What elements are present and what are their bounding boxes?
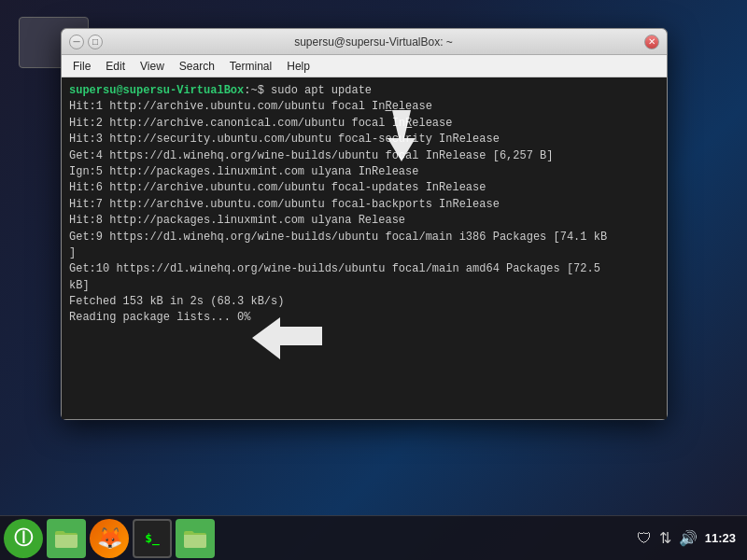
menu-view[interactable]: View xyxy=(133,58,172,75)
terminal-line-10: Get:10 https://dl.winehq.org/wine-builds… xyxy=(69,261,659,277)
terminal-line-fetched: Fetched 153 kB in 2s (68.3 kB/s) xyxy=(69,294,659,310)
taskbar-app-folder1[interactable] xyxy=(47,519,86,558)
network-tray-icon[interactable]: ⇅ xyxy=(659,529,671,547)
terminal-line-9b: ] xyxy=(69,245,659,261)
terminal-line-7: Hit:7 http://archive.ubuntu.com/ubuntu f… xyxy=(69,197,659,213)
terminal-icon: $_ xyxy=(145,531,160,545)
terminal-line-9: Get:9 https://dl.winehq.org/wine-builds/… xyxy=(69,230,659,245)
terminal-line-8: Hit:8 http://packages.linuxmint.com ulya… xyxy=(69,213,659,229)
menu-edit[interactable]: Edit xyxy=(98,58,133,75)
firefox-icon: 🦊 xyxy=(97,526,122,551)
taskbar: ⓛ 🦊 $_ 🛡 ⇅ xyxy=(0,515,747,560)
menu-bar: File Edit View Search Terminal Help xyxy=(62,55,667,77)
menu-search[interactable]: Search xyxy=(172,58,222,75)
window-title: supersu@supersu-VirtualBox: ~ xyxy=(103,35,644,49)
terminal-line-1: Hit:1 http://archive.ubuntu.com/ubuntu f… xyxy=(69,99,659,115)
menu-terminal[interactable]: Terminal xyxy=(222,58,279,75)
minimize-button[interactable]: ─ xyxy=(69,35,84,49)
menu-file[interactable]: File xyxy=(65,58,98,75)
menu-help[interactable]: Help xyxy=(279,58,317,75)
close-button[interactable]: ✕ xyxy=(644,35,659,49)
terminal-content[interactable]: supersu@supersu-VirtualBox:~$ sudo apt u… xyxy=(62,77,667,419)
terminal-line-3: Hit:3 http://security.ubuntu.com/ubuntu … xyxy=(69,132,659,147)
terminal-user: supersu@supersu-VirtualBox xyxy=(69,84,244,97)
terminal-window: ─ □ supersu@supersu-VirtualBox: ~ ✕ File… xyxy=(61,28,668,420)
folder-icon-1 xyxy=(53,527,79,550)
terminal-command: sudo apt update xyxy=(271,84,372,97)
terminal-line-10b: kB] xyxy=(69,278,659,294)
terminal-line-4: Get:4 https://dl.winehq.org/wine-builds/… xyxy=(69,148,659,164)
terminal-prompt-line: supersu@supersu-VirtualBox:~$ sudo apt u… xyxy=(69,83,659,99)
taskbar-right: 🛡 ⇅ 🔊 11:23 xyxy=(637,529,747,547)
maximize-icon: □ xyxy=(92,36,98,47)
taskbar-app-firefox[interactable]: 🦊 xyxy=(90,519,129,558)
close-icon: ✕ xyxy=(648,36,655,47)
maximize-button[interactable]: □ xyxy=(88,35,103,49)
taskbar-app-terminal[interactable]: $_ xyxy=(133,519,172,558)
taskbar-left: ⓛ 🦊 $_ xyxy=(0,519,215,558)
folder-icon-2 xyxy=(182,527,208,550)
terminal-line-5: Ign:5 http://packages.linuxmint.com ulya… xyxy=(69,164,659,180)
taskbar-app-folder2[interactable] xyxy=(176,519,215,558)
volume-tray-icon[interactable]: 🔊 xyxy=(679,529,698,547)
terminal-line-2: Hit:2 http://archive.canonical.com/ubunt… xyxy=(69,116,659,132)
terminal-line-6: Hit:6 http://archive.ubuntu.com/ubuntu f… xyxy=(69,180,659,196)
minimize-icon: ─ xyxy=(73,36,79,47)
terminal-line-reading: Reading package lists... 0% xyxy=(69,310,659,326)
window-controls: ─ □ xyxy=(69,35,103,49)
mint-icon: ⓛ xyxy=(14,525,33,551)
title-bar: ─ □ supersu@supersu-VirtualBox: ~ ✕ xyxy=(62,29,667,55)
taskbar-app-mint[interactable]: ⓛ xyxy=(4,519,43,558)
shield-tray-icon[interactable]: 🛡 xyxy=(637,530,652,547)
terminal-symbol: :~$ xyxy=(244,84,271,97)
system-clock: 11:23 xyxy=(705,531,736,545)
